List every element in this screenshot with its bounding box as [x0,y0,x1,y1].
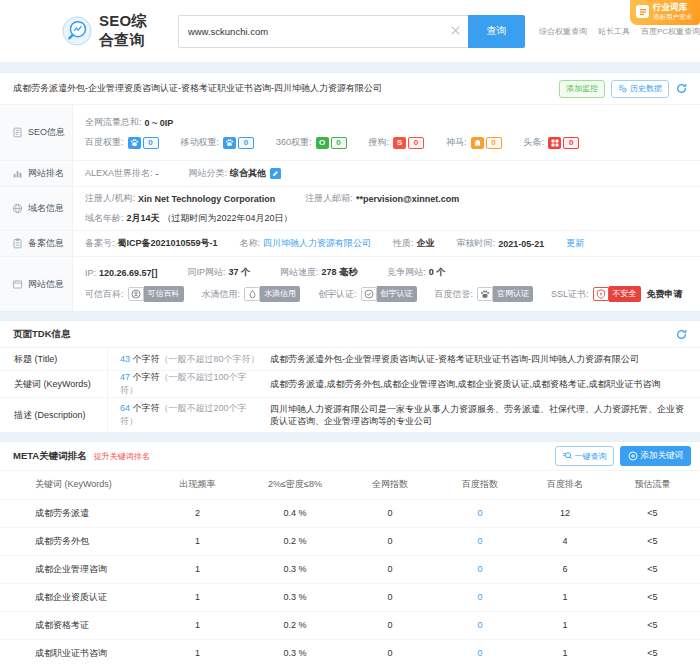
shenma-ghost-icon [471,137,484,149]
meta-keyword-row: 成都劳务外包10.2 %004<5 [0,527,700,555]
meta-value-cell[interactable]: 0 [435,499,525,527]
meta-value-cell: 1 [525,611,605,639]
sidebar-item-site-rank: 网站排名 [0,161,73,186]
alexa-value: - [156,169,159,179]
meta-col-header: 出现频率 [150,471,245,499]
add-keyword-button[interactable]: 添加关键词 [620,446,692,466]
search-list-icon [562,451,572,461]
meta-table-body: 成都劳务派遣20.4 %0012<5成都劳务外包10.2 %004<5成都企业管… [0,499,700,664]
refresh-icon[interactable] [676,83,687,94]
meta-value-cell: 1 [150,583,245,611]
char-limit: （一般不超过80个字符） [160,354,260,364]
meta-value-cell: <5 [605,583,700,611]
header-nav: 综合权重查询 站长工具 百度PC权重查询 [539,26,700,37]
boost-ranking-link[interactable]: 提升关键词排名 [94,451,150,462]
globe-icon [12,203,23,214]
search-box: 查询 [178,15,525,48]
meta-value-cell: 0.3 % [245,555,345,583]
page-title: 成都劳务派遣外包-企业管理资质咨询认证-资格考证职业证书咨询-四川坤驰人力资源有… [13,82,382,95]
traffic-label: 全网流量总和: [85,116,142,129]
tdk-title-row: 标题 (Title) 43 个字符（一般不超过80个字符） 成都劳务派遣外包-企… [0,348,700,371]
keyword-cell: 成都资格考证 [0,611,150,639]
domain-expiry-note: （过期时间为2022年04月20日） [163,212,293,225]
meta-value-cell: 0 [345,639,435,664]
meta-value-cell: 0.3 % [245,639,345,664]
sogou-weight: 搜狗: S0 [369,136,425,149]
nav-link-weight-query[interactable]: 综合权重查询 [539,26,587,37]
meta-value-cell: <5 [605,555,700,583]
keyword-cell: 成都企业管理咨询 [0,555,150,583]
icp-company-link[interactable]: 四川坤驰人力资源有限公司 [263,237,371,250]
toutiao-icon [548,137,561,149]
document-icon [12,127,23,138]
icp-update-link[interactable]: 更新 [566,237,584,250]
search-button[interactable]: 查询 [468,15,525,48]
sidebar-item-site-info: 网站信息 [0,257,73,311]
keyword-cell: 成都劳务外包 [0,527,150,555]
meta-value-cell: 6 [525,555,605,583]
industry-lexicon-badge[interactable]: 行业词库 透析用户需求 [630,0,700,25]
meta-value-cell: 0 [345,527,435,555]
person-circle-icon [128,287,144,301]
keyword-cell: 成都职业证书咨询 [0,639,150,664]
sidebar-item-domain-info: 域名信息 [0,187,73,230]
one-click-query-button[interactable]: 一键查询 [555,446,614,466]
competitor-count: 0 个 [429,266,446,279]
keyword-cell: 成都企业资质认证 [0,583,150,611]
meta-value-cell[interactable]: 0 [435,555,525,583]
search-input[interactable] [178,15,468,48]
meta-value-cell: 1 [150,639,245,664]
meta-keyword-row: 成都企业管理咨询10.3 %006<5 [0,555,700,583]
sidebar-item-icp-info: 备案信息 [0,231,73,256]
traffic-value: 0 ~ 0IP [145,118,174,128]
edit-category-icon[interactable] [270,168,281,179]
ribbon-subtitle: 透析用户需求 [653,13,692,20]
nav-link-webmaster-tools[interactable]: 站长工具 [598,26,630,37]
char-count: 47 [120,372,130,382]
meta-value-cell[interactable]: 0 [435,583,525,611]
tdk-row-label: 标题 (Title) [0,348,108,370]
meta-value-cell: 0.3 % [245,583,345,611]
history-list-icon [618,84,627,93]
history-data-button[interactable]: 历史数据 [611,80,669,98]
meta-value-cell[interactable]: 0 [435,527,525,555]
tdk-description-content: 四川坤驰人力资源有限公司是一家专业从事人力资源服务、劳务派遣、社保代理、人力资源… [263,400,700,430]
trusted-baike-badge[interactable]: 可信百科 [128,286,184,302]
clipboard-icon [12,238,23,249]
header: SEO综合查询 查询 综合权重查询 站长工具 百度PC权重查询 行业词库 透析用… [0,0,700,62]
meta-value-cell[interactable]: 0 [435,611,525,639]
bar-chart-icon [12,168,23,179]
meta-col-header: 预估流量 [605,471,700,499]
water-drop-icon [244,287,260,301]
site-info-row: 网站信息 IP:120.26.69.57[] 同IP网站:37 个 网站速度:2… [0,257,700,311]
check-circle-icon [361,287,377,301]
shenma-weight: 神马: 0 [446,136,502,149]
meta-keyword-row: 成都劳务派遣20.4 %0012<5 [0,499,700,527]
meta-value-cell: 0 [345,555,435,583]
meta-value-cell: 0.4 % [245,499,345,527]
meta-value-cell[interactable]: 0 [435,639,525,664]
domain-info-row: 域名信息 注册人/机构:Xin Net Technology Corporati… [0,187,700,231]
shuidi-credit-badge[interactable]: 水滴信用 [244,286,300,302]
baidu-paw-icon [223,137,236,149]
tdk-refresh-icon[interactable] [676,329,687,340]
chuangyu-cert-badge[interactable]: 创宇认证 [361,286,417,302]
registrant-value: Xin Net Technology Corporation [138,194,275,204]
meta-col-header: 百度排名 [525,471,605,499]
ip-value: 120.26.69.57[] [99,268,158,278]
meta-table-header-row: 关键词 (KeyWords)出现频率2%≤密度≤8%全网指数百度指数百度排名预估… [0,471,700,499]
tdk-header: 页面TDK信息 [0,321,700,348]
ssl-unsafe-badge[interactable]: 不安全 [593,286,641,302]
meta-value-cell: 0.2 % [245,611,345,639]
nav-link-baidu-pc-weight[interactable]: 百度PC权重查询 [641,26,700,37]
clear-icon[interactable] [451,26,460,35]
icp-number: 蜀ICP备2021010559号-1 [118,237,218,250]
add-monitor-button[interactable]: 添加监控 [559,80,605,98]
category-value: 综合其他 [230,167,266,180]
meta-value-cell: 4 [525,527,605,555]
free-apply-link[interactable]: 免费申请 [647,288,683,301]
baidu-official-badge[interactable]: 官网认证 [477,286,533,302]
meta-keywords-table: 关键词 (KeyWords)出现频率2%≤密度≤8%全网指数百度指数百度排名预估… [0,471,700,664]
meta-value-cell: 1 [525,583,605,611]
mobile-weight: 移动权重: 0 [181,136,255,149]
